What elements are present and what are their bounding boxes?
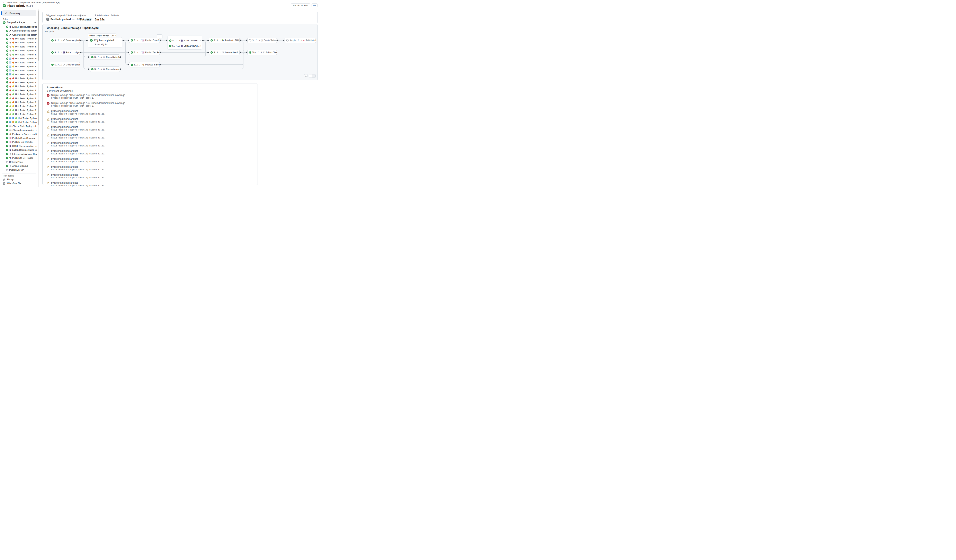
job-label: Publish Test Results bbox=[12, 141, 33, 143]
node-label: Publish Code C... bbox=[145, 39, 160, 42]
graph-node-doc-row[interactable]: S... / ... /LaTeX Docume...51s bbox=[169, 43, 200, 49]
sidebar-item-usage[interactable]: Usage bbox=[3, 178, 14, 181]
zoom-out-button[interactable]: − bbox=[309, 74, 312, 77]
actor-name[interactable]: Paebbels pushed bbox=[50, 18, 71, 20]
job-label: Unit Tests - Python 3.10 bbox=[15, 41, 37, 44]
sidebar-item-workflow-file[interactable]: Workflow file bbox=[3, 182, 21, 185]
sidebar-job-item[interactable]: Unit Tests - Python 3.10 bbox=[0, 41, 37, 45]
graph-node-extract-configurations[interactable]: S... / ... /Extract configur...4s bbox=[50, 50, 80, 55]
scrollbar-up-arrow[interactable] bbox=[38, 9, 39, 11]
sidebar-job-item[interactable]: Unit Tests - Python 3.11 bbox=[0, 45, 37, 49]
sidebar-job-item[interactable]: Unit Tests - Python 3.12 bbox=[0, 88, 37, 92]
graph-node-gen-params-2[interactable]: S... / ... /Generate pipelin...0s bbox=[50, 62, 80, 67]
sidebar-job-item[interactable]: LaTeX Documentation using ... bbox=[0, 148, 37, 152]
graph-node-intermediate-artifact-cleanup[interactable]: S... / ... /Intermediate A...16s bbox=[209, 50, 239, 55]
matrix-tab[interactable]: Matrix: SimplePackage / UnitTest... bbox=[88, 33, 116, 38]
annotation-title[interactable]: pyTooling/upload-artifact bbox=[51, 141, 78, 144]
annotation-title[interactable]: pyTooling/upload-artifact bbox=[51, 173, 78, 176]
sidebar-job-item[interactable]: Unit Tests - Python 3.13 bbox=[0, 112, 37, 116]
graph-node-package-source-wheel[interactable]: S... / ... /Package in Sou...18s bbox=[129, 62, 160, 67]
annotation-title[interactable]: SimplePackage / DocCoverage /Check docum… bbox=[51, 94, 125, 97]
graph-node-publish-test-results[interactable]: S... / ... /Publish Test Re...13s bbox=[129, 50, 160, 55]
sidebar-scrollbar-thumb[interactable] bbox=[38, 11, 39, 61]
sidebar-job-item[interactable]: Unit Tests - Python 3.13 bbox=[0, 53, 37, 56]
avatar[interactable] bbox=[46, 17, 49, 21]
sidebar-item-summary[interactable]: Summary bbox=[2, 10, 36, 16]
annotation-row: pyTooling/upload-artifactmacOS doesn't s… bbox=[42, 164, 258, 172]
annotation-title[interactable]: SimplePackage / DocCoverage /Check docum… bbox=[51, 102, 125, 105]
fullscreen-button[interactable] bbox=[304, 74, 308, 77]
annotation-title[interactable]: pyTooling/upload-artifact bbox=[51, 165, 78, 168]
sidebar-job-item[interactable]: Unit Tests - Python 3.12 bbox=[0, 69, 37, 72]
annotation-detail: Process completed with exit code 1. bbox=[51, 97, 94, 99]
scrollbar-thumb-2[interactable] bbox=[38, 100, 39, 125]
windows-icon bbox=[9, 121, 11, 123]
annotation-title[interactable]: pyTooling/upload-artifact bbox=[51, 118, 78, 121]
sidebar-job-item[interactable]: Unit Tests - Python 3.11 bbox=[0, 64, 37, 68]
graph-node-artifact-cleanup[interactable]: Sim... / ... /Artifact Cleanup4s bbox=[247, 50, 277, 55]
graph-node-check-doc-coverage[interactable]: S... / ... /Check docume...18s bbox=[90, 66, 120, 72]
sidebar-job-item[interactable]: Check Static Typing using Pyt... bbox=[0, 124, 37, 128]
job-label: Unit Tests - Python 3.13 bbox=[15, 73, 37, 76]
sidebar-job-item[interactable]: Artifact Cleanup bbox=[0, 164, 37, 168]
check11-icon bbox=[6, 101, 8, 104]
sidebar-job-item[interactable]: Unit Tests - Python 3.13 bbox=[0, 92, 37, 96]
sidebar-job-item[interactable]: Check documentation covera... bbox=[0, 128, 37, 132]
annotation-detail: macOS doesn't support removing hidden fi… bbox=[51, 185, 105, 187]
sidebar-job-item[interactable]: Unit Tests - Python 3.12 bbox=[0, 108, 37, 112]
annotation-detail: macOS doesn't support removing hidden fi… bbox=[51, 177, 105, 179]
annotation-title[interactable]: pyTooling/upload-artifact bbox=[51, 181, 78, 184]
sidebar-job-item[interactable]: Unit Tests - Python 3.9 bbox=[0, 37, 37, 41]
graph-node-publish-gh-pages[interactable]: S... / ... /Publish to GH-P...7s bbox=[209, 38, 239, 43]
node-label: Publish to GH-P... bbox=[225, 39, 239, 42]
chevron-up-icon[interactable] bbox=[34, 21, 36, 24]
check11-icon bbox=[6, 53, 8, 56]
sidebar-job-item[interactable]: Intermediate Artifact Cleanup bbox=[0, 152, 37, 156]
sidebar-job-item[interactable]: Unit Tests - Python 3.10 bbox=[0, 100, 37, 104]
sidebar-job-item[interactable]: Unit Tests - Python 3.12 bbox=[0, 49, 37, 53]
sidebar-job-item[interactable]: Unit Tests - Python 3.11 bbox=[0, 85, 37, 88]
graph-node-check-static-typing[interactable]: S... / ... /Check Static Ty...17s bbox=[90, 54, 120, 60]
sidebar-job-item[interactable]: Package in Source and Wheel... bbox=[0, 132, 37, 136]
back-arrow-icon[interactable]: ← bbox=[3, 1, 5, 4]
sidebar-job-item[interactable]: Unit Tests - Python 3.9 bbox=[0, 77, 37, 80]
graph-node-publish-code-coverage[interactable]: S... / ... /Publish Code C...20s bbox=[129, 38, 160, 43]
sidebar-job-item[interactable]: Unit Tests - Python 3.12 bbox=[0, 120, 37, 124]
graph-node-doc-row[interactable]: S... / ... /HTML Docume...55s bbox=[169, 38, 200, 43]
rerun-all-jobs-button[interactable]: Re-run all jobs bbox=[291, 3, 310, 7]
sidebar-job-item[interactable]: Unit Tests - Python 3.10 bbox=[0, 80, 37, 84]
sidebar-job-item[interactable]: Unit Tests - Python 3.13 bbox=[0, 72, 37, 76]
graph-node-gen-params-1[interactable]: S... / ... /Generate pipelin...0s bbox=[50, 38, 80, 43]
sidebar-job-item[interactable]: Unit Tests - Python 3.12 bbox=[0, 116, 37, 120]
sidebar-job-item[interactable]: Extract configurations from p... bbox=[0, 25, 37, 29]
sidebar-job-item[interactable]: Generate pipeline parameters bbox=[0, 29, 37, 33]
annotation-title[interactable]: pyTooling/upload-artifact bbox=[51, 149, 78, 152]
annotation-title[interactable]: pyTooling/upload-artifact bbox=[51, 110, 78, 113]
sidebar-job-item[interactable]: Unit Tests - Python 3.9 bbox=[0, 96, 37, 100]
breadcrumb-label[interactable]: Verification of Pipeline Templates (Simp… bbox=[6, 1, 60, 4]
annotation-title[interactable]: pyTooling/upload-artifact bbox=[51, 157, 78, 160]
matrix-card[interactable]: 22 jobs completed Show all jobs bbox=[88, 37, 122, 47]
sidebar-group-simplepackage[interactable]: SimplePackage bbox=[3, 21, 36, 24]
sidebar-job-item[interactable]: Unit Tests - Python 3.10 bbox=[0, 61, 37, 64]
skip-icon bbox=[6, 161, 8, 163]
breadcrumb[interactable]: ← Verification of Pipeline Templates (Si… bbox=[3, 1, 60, 4]
annotation-title[interactable]: pyTooling/upload-artifact bbox=[51, 133, 78, 136]
show-all-jobs-link[interactable]: Show all jobs bbox=[94, 43, 108, 45]
sidebar-job-item[interactable]: Unit Tests - Python 3.11 bbox=[0, 104, 37, 108]
zoom-in-button[interactable]: + bbox=[312, 74, 316, 77]
graph-node-publish-to-pypi[interactable]: Simple... / ... /Publish to PyPI bbox=[285, 38, 316, 43]
sidebar-job-item[interactable]: HTML Documentation using ... bbox=[0, 144, 37, 148]
sidebar-job-item[interactable]: ReleasePage bbox=[0, 160, 37, 164]
sidebar-job-item[interactable]: Publish Code Coverage Results bbox=[0, 136, 37, 140]
sidebar-job-item[interactable]: Publish to GH-Pages bbox=[0, 156, 37, 160]
annotation-title[interactable]: pyTooling/upload-artifact bbox=[51, 125, 78, 129]
summary-label: Summary bbox=[9, 12, 20, 15]
graph-node-create-release-page[interactable]: S... / ... /Create 'Release Pa... bbox=[247, 38, 277, 43]
kebab-menu-button[interactable]: ··· bbox=[311, 3, 318, 7]
sidebar-job-item[interactable]: Generate pipeline parameters bbox=[0, 33, 37, 37]
sidebar-job-item[interactable]: Publish Test Results bbox=[0, 140, 37, 144]
book-icon bbox=[9, 149, 11, 151]
sidebar-job-item[interactable]: PublishOnPyPI bbox=[0, 168, 37, 172]
sidebar-job-item[interactable]: Unit Tests - Python 3.9 bbox=[0, 56, 37, 61]
